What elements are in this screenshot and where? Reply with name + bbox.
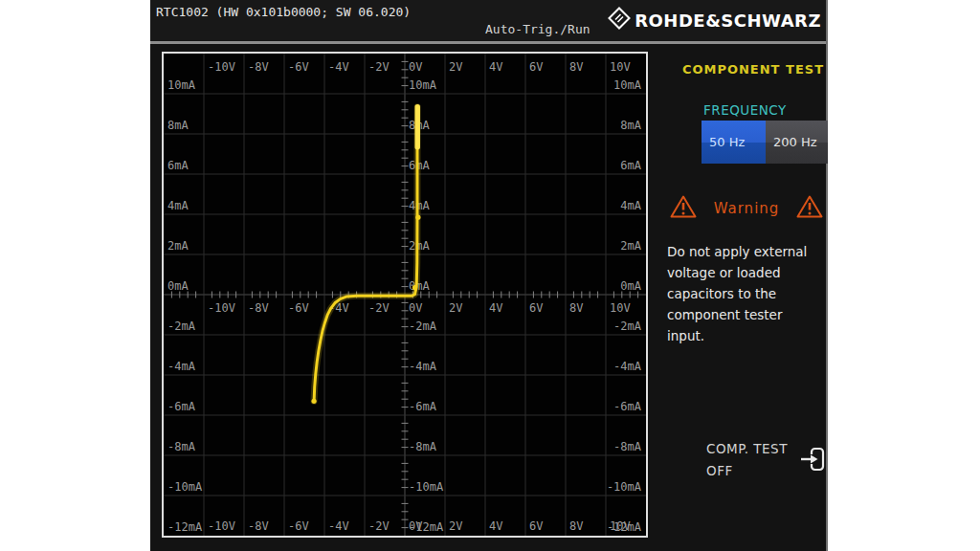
svg-text:4V: 4V <box>489 301 502 315</box>
svg-text:10V: 10V <box>610 301 631 315</box>
svg-text:10mA: 10mA <box>167 78 196 92</box>
comp-test-off-label: COMP. TEST OFF <box>706 438 788 482</box>
comp-test-toggle-icon <box>799 445 828 476</box>
svg-text:-10V: -10V <box>208 301 235 315</box>
component-test-panel: COMPONENT TEST FREQUENCY 50 Hz 200 Hz Wa… <box>660 54 828 551</box>
svg-text:-6V: -6V <box>288 60 309 74</box>
svg-text:0mA: 0mA <box>620 279 641 293</box>
warning-message-line: voltage or loaded <box>667 262 828 283</box>
svg-text:-2mA: -2mA <box>613 320 642 333</box>
device-title: RTC1002 (HW 0x101b0000; SW 06.020) <box>156 5 411 19</box>
svg-text:-4V: -4V <box>328 60 349 74</box>
svg-text:10V: 10V <box>610 60 631 74</box>
svg-text:8V: 8V <box>569 519 583 533</box>
svg-text:4V: 4V <box>489 60 502 74</box>
svg-text:-8V: -8V <box>248 60 269 74</box>
svg-text:-4mA: -4mA <box>613 360 642 373</box>
svg-text:6mA: 6mA <box>620 159 641 172</box>
warning-header: Warning <box>670 194 823 223</box>
svg-text:6V: 6V <box>529 301 543 315</box>
svg-text:6mA: 6mA <box>167 159 189 172</box>
svg-text:4V: 4V <box>489 519 502 533</box>
graticule-screen: 10mA10mA10mA8mA8mA8mA6mA6mA6mA4mA4mA4mA2… <box>162 52 648 538</box>
svg-text:-6V: -6V <box>288 301 309 315</box>
warning-triangle-icon-left <box>670 194 697 223</box>
svg-text:-2V: -2V <box>368 60 390 74</box>
svg-text:-10V: -10V <box>208 60 235 74</box>
svg-text:-2mA: -2mA <box>167 320 196 333</box>
svg-text:-10mA: -10mA <box>167 480 203 494</box>
svg-text:-2V: -2V <box>368 519 390 533</box>
svg-text:8mA: 8mA <box>167 119 189 132</box>
trigger-status: Auto-Trig./Run <box>485 22 590 36</box>
svg-text:10V: 10V <box>610 519 631 533</box>
svg-text:0V: 0V <box>409 519 422 533</box>
svg-text:2mA: 2mA <box>167 239 189 253</box>
warning-text: Warning <box>714 200 780 217</box>
svg-text:-4V: -4V <box>328 519 349 533</box>
warning-message-line: capacitors to the <box>667 283 828 304</box>
rs-diamond-icon <box>608 7 631 33</box>
svg-text:-10mA: -10mA <box>409 480 444 494</box>
header-separator <box>150 41 826 44</box>
svg-text:8V: 8V <box>569 301 583 315</box>
svg-text:-8mA: -8mA <box>167 440 196 453</box>
svg-text:2mA: 2mA <box>620 239 641 253</box>
svg-text:4mA: 4mA <box>620 199 641 212</box>
svg-text:0mA: 0mA <box>167 279 189 293</box>
svg-text:-4mA: -4mA <box>409 360 437 373</box>
svg-text:-6V: -6V <box>288 519 309 533</box>
svg-text:6V: 6V <box>529 519 543 533</box>
svg-text:-6mA: -6mA <box>613 400 642 413</box>
frequency-label: FREQUENCY <box>703 102 787 118</box>
warning-triangle-icon-right <box>796 194 823 223</box>
svg-text:-2V: -2V <box>368 301 390 315</box>
svg-text:-6mA: -6mA <box>167 400 196 413</box>
svg-text:-6mA: -6mA <box>409 400 437 413</box>
svg-text:0V: 0V <box>409 60 422 74</box>
svg-text:-2mA: -2mA <box>409 320 437 333</box>
rohde-schwarz-logo: ROHDE&SCHWARZ <box>608 7 821 33</box>
svg-text:2V: 2V <box>449 519 462 533</box>
svg-text:6V: 6V <box>529 60 543 74</box>
svg-text:10mA: 10mA <box>409 78 437 92</box>
svg-text:0V: 0V <box>409 301 422 315</box>
svg-text:8mA: 8mA <box>620 119 641 132</box>
svg-text:2V: 2V <box>449 301 462 315</box>
svg-text:10mA: 10mA <box>613 78 642 92</box>
svg-text:4mA: 4mA <box>167 199 189 212</box>
warning-message-line: Do not apply external <box>667 241 828 262</box>
svg-text:-8mA: -8mA <box>613 440 642 453</box>
warning-message: Do not apply external voltage or loaded … <box>667 241 828 346</box>
svg-text:8V: 8V <box>569 60 583 74</box>
svg-text:-12mA: -12mA <box>167 520 203 534</box>
warning-message-line: component tester <box>667 304 828 325</box>
brand-name: ROHDE&SCHWARZ <box>635 11 821 31</box>
panel-title: COMPONENT TEST <box>682 62 824 77</box>
svg-text:-10mA: -10mA <box>607 480 642 494</box>
svg-text:-8mA: -8mA <box>409 440 437 453</box>
svg-text:-4mA: -4mA <box>167 360 196 373</box>
svg-text:-8V: -8V <box>248 301 269 315</box>
freq-200hz-button[interactable]: 200 Hz <box>766 121 828 164</box>
frequency-toggle-group: 50 Hz 200 Hz <box>702 121 828 164</box>
iv-curve-plot: 10mA10mA10mA8mA8mA8mA6mA6mA6mA4mA4mA4mA2… <box>164 54 646 536</box>
svg-text:-8V: -8V <box>248 519 269 533</box>
top-status-bar: RTC1002 (HW 0x101b0000; SW 06.020) Auto-… <box>150 0 826 41</box>
warning-message-line: input. <box>667 325 828 346</box>
comp-test-off-button[interactable]: COMP. TEST OFF <box>706 438 831 482</box>
svg-text:2V: 2V <box>449 60 462 74</box>
oscilloscope-window: RTC1002 (HW 0x101b0000; SW 06.020) Auto-… <box>150 0 828 551</box>
svg-text:-10V: -10V <box>208 519 235 533</box>
freq-50hz-button[interactable]: 50 Hz <box>702 121 766 164</box>
